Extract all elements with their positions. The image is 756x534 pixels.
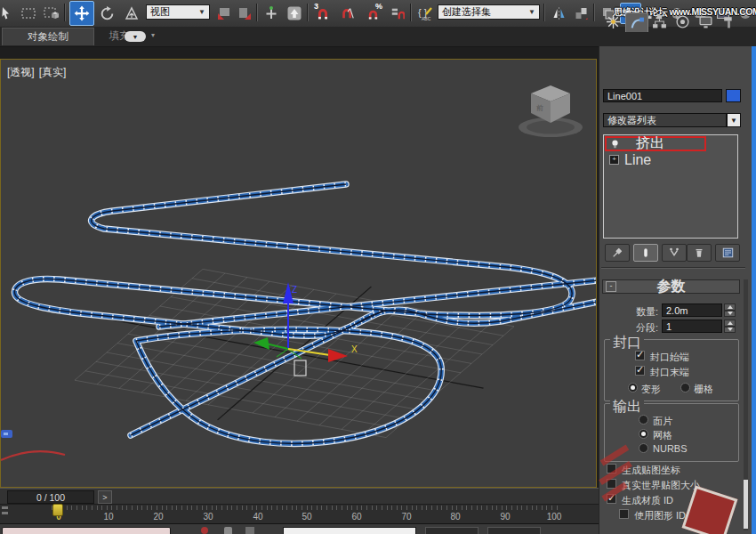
tab-create[interactable] [602, 12, 623, 31]
pin-icon [611, 247, 623, 259]
parameters-rollout-header[interactable]: - 参数 [602, 279, 740, 294]
viewport-shading-label[interactable]: [真实] [39, 66, 67, 78]
align-button[interactable] [570, 3, 591, 24]
toolbar-separator [307, 4, 308, 21]
tab-object-paint-label: 对象绘制 [28, 30, 68, 44]
status-grid-icon[interactable] [245, 527, 254, 534]
viewport-label[interactable]: [透视][真实] [7, 65, 70, 80]
up-arrow-icon [286, 5, 302, 21]
lightbulb-icon[interactable] [610, 139, 620, 150]
configure-modifier-sets-button[interactable] [715, 244, 740, 262]
tick-label-30: 30 [203, 512, 213, 522]
amount-value: 2.0m [666, 305, 688, 316]
cap-end-checkbox[interactable] [635, 366, 645, 376]
extruded-spline-object[interactable] [14, 184, 596, 443]
modifier-list-dropdown[interactable]: 修改器列表 [603, 113, 727, 127]
keyboard-shortcut-override-button[interactable] [284, 3, 305, 24]
ruler-corner-mark [2, 512, 8, 514]
use-pivot-point-center-button[interactable] [213, 3, 235, 24]
percent-snap-toggle-button[interactable]: % [362, 3, 383, 24]
manipulate-icon [264, 6, 278, 20]
segments-spinner[interactable] [724, 320, 736, 333]
frame-counter[interactable]: 0 / 100 [7, 490, 94, 504]
named-selection-set-dropdown[interactable]: 创建选择集 ▼ [438, 4, 540, 20]
edit-named-selection-sets-button[interactable]: { }ABC [414, 3, 436, 24]
status-bar [0, 523, 599, 534]
cap-start-checkbox[interactable] [635, 351, 645, 360]
amount-spinner[interactable] [724, 303, 736, 317]
status-text-field[interactable] [283, 527, 416, 534]
gizmo-z-label: Z [292, 285, 297, 295]
mirror-button[interactable] [548, 3, 569, 24]
use-shape-ids-label: 使用图形 ID [634, 509, 686, 522]
show-end-result-button[interactable] [633, 244, 658, 262]
grid-radio[interactable] [680, 383, 690, 392]
spinner-snap-toggle-button[interactable] [387, 3, 408, 24]
tab-hierarchy[interactable] [648, 12, 670, 31]
pin-stack-button[interactable] [605, 244, 630, 262]
morph-radio[interactable] [628, 383, 638, 392]
tick-label-90: 90 [500, 512, 510, 522]
angle-snap-toggle-button[interactable] [337, 3, 358, 24]
perspective-viewport[interactable]: Z X 前 [透视][真实] [0, 59, 597, 488]
coordinate-field-y[interactable] [487, 527, 541, 534]
reference-coordinate-system-dropdown[interactable]: 视图 ▼ [146, 4, 210, 20]
gizmo-y-arrow[interactable] [253, 337, 269, 350]
object-name-field[interactable]: Line001 [603, 89, 722, 102]
tick-label-10: 10 [103, 512, 113, 522]
modify-icon [630, 15, 645, 30]
coordinate-field-x[interactable] [425, 527, 479, 534]
select-and-manipulate-button[interactable] [261, 3, 282, 24]
next-frame-button[interactable]: > [98, 490, 112, 504]
time-slider-handle[interactable] [52, 504, 63, 516]
tab-modify[interactable] [625, 12, 648, 32]
stack-item-extrude[interactable]: 挤出 [605, 136, 706, 151]
ribbon-minimize-button[interactable]: ▼ [125, 31, 146, 42]
select-and-scale-button[interactable] [121, 3, 142, 24]
viewport-view-label[interactable]: [透视] [7, 66, 35, 78]
window-crossing-toggle-button[interactable] [41, 3, 62, 24]
panel-scrollbar[interactable] [744, 279, 748, 530]
snaps-toggle-button[interactable]: 3 [312, 3, 334, 24]
segments-value: 1 [666, 321, 672, 332]
expand-plus-icon[interactable]: + [609, 155, 619, 165]
reference-coordinate-system-value: 视图 [150, 5, 170, 19]
next-frame-glyph: > [102, 493, 107, 502]
selection-lock-icon[interactable] [224, 527, 232, 534]
rectangular-selection-region-button[interactable] [18, 3, 39, 24]
tick-label-80: 80 [450, 512, 460, 522]
patch-radio[interactable] [639, 415, 648, 425]
viewcube[interactable]: 前 [519, 85, 583, 137]
dropdown-arrow-icon: ▼ [133, 34, 139, 40]
object-color-swatch[interactable] [726, 89, 741, 102]
mesh-radio[interactable] [639, 429, 648, 439]
panel-scrollbar-thumb[interactable] [744, 480, 748, 529]
select-and-move-button[interactable] [69, 1, 94, 26]
pivot-center-icon [216, 5, 232, 21]
select-and-rotate-button[interactable] [96, 3, 117, 24]
stack-item-line[interactable]: + Line [606, 153, 736, 166]
toolbar-separator [256, 4, 257, 21]
ribbon-options-caret-icon[interactable]: ▾ [151, 31, 155, 39]
amount-field[interactable]: 2.0m [662, 303, 722, 317]
toolbar-separator [543, 4, 544, 21]
make-unique-button[interactable] [662, 244, 687, 262]
tab-motion[interactable] [672, 12, 693, 31]
motion-icon [675, 14, 690, 29]
mesh-label: 网格 [653, 429, 672, 442]
remove-modifier-button[interactable] [687, 244, 712, 262]
tab-display[interactable] [695, 12, 716, 31]
trash-icon [693, 247, 705, 259]
select-object-button[interactable] [0, 3, 16, 24]
use-shape-ids-checkbox[interactable] [619, 509, 629, 519]
tab-utilities[interactable] [718, 12, 739, 31]
status-red-dot-icon[interactable] [201, 527, 208, 534]
tab-object-paint[interactable]: 对象绘制 [2, 28, 94, 45]
collapse-minus-icon[interactable]: - [606, 281, 616, 292]
segments-field[interactable]: 1 [662, 320, 722, 333]
use-selection-center-button[interactable] [234, 3, 255, 24]
mini-listener-field[interactable] [2, 527, 171, 534]
gizmo-x-arrow[interactable] [328, 349, 348, 362]
modifier-list-arrow-button[interactable]: ▼ [727, 113, 741, 127]
nurbs-radio[interactable] [639, 443, 648, 453]
